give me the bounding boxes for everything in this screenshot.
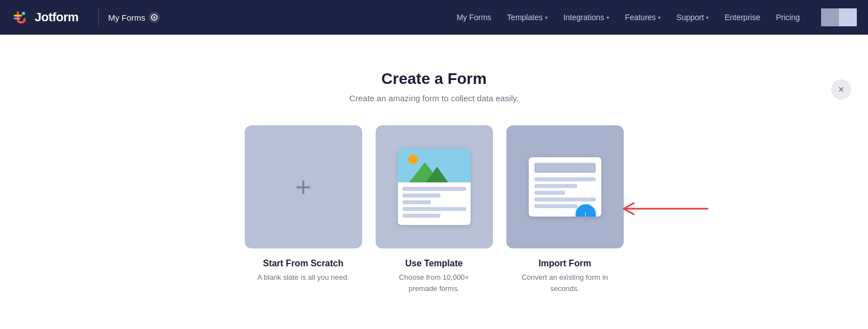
avatar-2 bbox=[839, 8, 857, 26]
nav-integrations[interactable]: Integrations ▾ bbox=[563, 13, 609, 22]
logo-text: Jotform bbox=[35, 10, 78, 25]
plus-icon: + bbox=[295, 173, 311, 201]
card-scratch-desc: A blank slate is all you need. bbox=[257, 272, 349, 283]
template-mountain-dark bbox=[426, 167, 448, 182]
card-import-title: Import Form bbox=[538, 258, 591, 269]
nav-support[interactable]: Support ▾ bbox=[676, 13, 709, 22]
template-line-5 bbox=[402, 214, 440, 218]
card-template-desc: Choose from 10,000+ premade forms. bbox=[384, 272, 485, 294]
templates-chevron: ▾ bbox=[545, 15, 548, 21]
nav-templates[interactable]: Templates ▾ bbox=[507, 13, 548, 22]
import-line-2 bbox=[534, 184, 577, 188]
card-scratch[interactable]: + Start From Scratch A blank slate is al… bbox=[245, 125, 362, 283]
import-preview: ↓ bbox=[529, 157, 601, 217]
card-template[interactable]: Use Template Choose from 10,000+ premade… bbox=[376, 125, 493, 294]
nav-enterprise[interactable]: Enterprise bbox=[724, 13, 760, 22]
modal-content: × Create a Form Create an amazing form t… bbox=[0, 35, 868, 329]
template-line-3 bbox=[402, 200, 431, 204]
import-line-5 bbox=[534, 204, 577, 208]
download-icon: ↓ bbox=[576, 204, 596, 217]
svg-point-1 bbox=[22, 12, 25, 15]
integrations-chevron: ▾ bbox=[606, 15, 609, 21]
template-preview-header bbox=[398, 149, 471, 182]
nav-right: My Forms Templates ▾ Integrations ▾ Feat… bbox=[457, 8, 857, 26]
navbar: Jotform My Forms My Forms Templates ▾ In… bbox=[0, 0, 868, 35]
support-chevron: ▾ bbox=[706, 15, 709, 21]
card-scratch-image: + bbox=[245, 125, 362, 248]
import-line-3 bbox=[534, 191, 565, 195]
card-import-image: ↓ bbox=[506, 125, 624, 248]
card-import[interactable]: ↓ Import Form Convert an existing form i… bbox=[506, 125, 624, 294]
nav-avatar-group bbox=[821, 8, 857, 26]
close-button[interactable]: × bbox=[831, 79, 851, 100]
import-line-4 bbox=[534, 198, 596, 201]
logo[interactable]: Jotform bbox=[11, 8, 78, 27]
card-template-image bbox=[376, 125, 493, 248]
card-import-desc: Convert an existing form in seconds. bbox=[515, 272, 615, 294]
nav-my-forms-left[interactable]: My Forms bbox=[108, 12, 160, 23]
nav-my-forms[interactable]: My Forms bbox=[457, 13, 491, 22]
features-chevron: ▾ bbox=[658, 15, 661, 21]
card-template-title: Use Template bbox=[405, 258, 463, 269]
nav-divider bbox=[98, 9, 99, 26]
template-preview bbox=[398, 149, 471, 225]
my-forms-badge bbox=[149, 12, 160, 23]
avatar-1 bbox=[821, 8, 839, 26]
template-line-1 bbox=[402, 187, 466, 191]
template-line-4 bbox=[402, 207, 466, 211]
cards-row: + Start From Scratch A blank slate is al… bbox=[245, 125, 624, 294]
import-line-1 bbox=[534, 177, 596, 181]
card-scratch-title: Start From Scratch bbox=[263, 258, 343, 269]
nav-features[interactable]: Features ▾ bbox=[625, 13, 661, 22]
template-preview-body bbox=[398, 182, 471, 225]
template-line-2 bbox=[402, 194, 440, 198]
nav-pricing[interactable]: Pricing bbox=[776, 13, 800, 22]
import-header-bar bbox=[534, 163, 596, 173]
modal-subtitle: Create an amazing form to collect data e… bbox=[349, 93, 519, 103]
modal-title: Create a Form bbox=[381, 70, 486, 88]
arrow-container bbox=[618, 198, 713, 222]
